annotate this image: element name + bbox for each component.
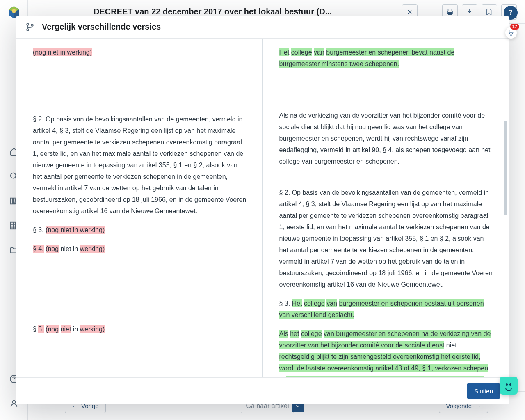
svg-point-15: [27, 29, 29, 31]
svg-point-3: [12, 9, 16, 13]
modal-title: Vergelijk verschillende versies: [42, 22, 161, 32]
right-version-pane: Het college van burgemeester en schepene…: [263, 39, 509, 377]
diff-paragraph: § 3. Het college van burgemeester en sch…: [279, 298, 494, 321]
notifications-button[interactable]: 17: [505, 27, 517, 39]
diff-paragraph: Het college van burgemeester en schepene…: [279, 47, 494, 70]
svg-point-14: [27, 23, 29, 25]
document-title: DECREET van 22 december 2017 over het lo…: [94, 7, 332, 16]
svg-rect-5: [10, 198, 12, 204]
left-version-pane: (nog niet in werking) § 2. Op basis van …: [16, 39, 262, 377]
diff-paragraph: § 4. (nog niet in werking): [33, 243, 248, 255]
scrollbar[interactable]: [503, 39, 508, 377]
svg-point-9: [14, 381, 14, 381]
svg-point-16: [31, 24, 33, 26]
diff-paragraph: § 2. Op basis van de bevolkingsaantallen…: [279, 187, 494, 290]
diff-paragraph: Als het college van burgemeester en sche…: [279, 328, 494, 377]
notification-count: 17: [510, 24, 519, 30]
svg-point-4: [10, 173, 16, 178]
diff-paragraph: § 2. Op basis van de bevolkingsaantallen…: [33, 114, 248, 217]
compare-versions-modal: Vergelijk verschillende versies (nog nie…: [16, 16, 509, 404]
diff-paragraph: § 3. (nog niet in werking): [33, 224, 248, 236]
diff-paragraph: (nog niet in werking): [33, 47, 248, 58]
diff-paragraph: § 5. (nog niet in werking): [33, 324, 248, 335]
git-branch-icon: [25, 23, 34, 32]
modal-header: Vergelijk verschillende versies: [16, 16, 509, 39]
scrollbar-thumb[interactable]: [504, 121, 507, 215]
modal-footer: Sluiten: [16, 377, 509, 404]
svg-point-10: [12, 401, 15, 404]
modal-body: (nog niet in werking) § 2. Op basis van …: [16, 39, 509, 377]
diff-paragraph: Als na de verkiezing van de voorzitter v…: [279, 110, 494, 167]
close-button[interactable]: Sluiten: [467, 383, 500, 399]
chatbot-button[interactable]: [500, 377, 518, 395]
chatbot-face-icon: [505, 380, 512, 391]
